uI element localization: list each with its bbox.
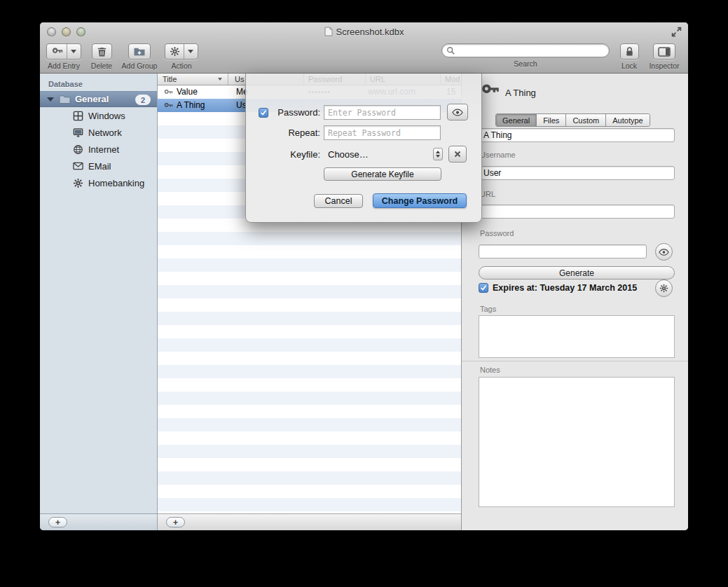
lock-icon — [625, 46, 634, 57]
sidebar-group-general[interactable]: General 2 — [40, 91, 157, 107]
add-group-label: Add Group — [122, 62, 158, 70]
password-enabled-checkbox[interactable] — [259, 108, 268, 118]
expires-label: Expires at: Tuesday 17 March 2015 — [493, 283, 637, 293]
expires-settings-button[interactable] — [655, 279, 673, 297]
tab-autotype[interactable]: Autotype — [606, 114, 649, 126]
sidebar-item-windows[interactable]: Windows — [40, 107, 157, 124]
delete-control: Delete — [89, 43, 114, 70]
password-field[interactable] — [479, 244, 647, 258]
column-divider[interactable] — [228, 74, 228, 85]
sidebar-item-label: Windows — [88, 111, 125, 121]
action-label: Action — [171, 62, 191, 70]
entry-title: Value — [177, 87, 198, 97]
lock-button[interactable] — [620, 43, 639, 60]
tags-label: Tags — [480, 305, 496, 313]
inspector-control: Inspector — [645, 43, 683, 70]
url-field[interactable] — [479, 205, 675, 219]
add-entry-footer-button[interactable]: + — [166, 517, 185, 527]
sidebar-item-internet[interactable]: Internet — [40, 141, 157, 158]
notes-input[interactable] — [479, 377, 675, 507]
sort-indicator-icon — [218, 78, 222, 81]
titlebar[interactable]: Screenshot.kdbx — [40, 22, 688, 41]
sidebar-section-header: Database — [40, 74, 157, 91]
action-control: Action — [165, 43, 198, 70]
gear-icon — [170, 46, 180, 57]
windows-icon — [72, 111, 83, 121]
tab-general[interactable]: General — [496, 114, 537, 126]
window-content: Database General 2 Windows Network — [40, 74, 688, 530]
sidebar-item-label: Homebanking — [88, 178, 144, 188]
password-label: Password — [480, 229, 514, 237]
window-header: Screenshot.kdbx Add Entry — [40, 22, 688, 74]
dialog-repeat-input[interactable] — [324, 125, 441, 140]
title-area: Screenshot.kdbx — [40, 22, 688, 41]
fullscreen-icon[interactable] — [671, 27, 682, 37]
disclosure-triangle-icon[interactable] — [47, 97, 54, 102]
lock-control: Lock — [617, 43, 641, 70]
tab-files[interactable]: Files — [537, 114, 566, 126]
keyfile-popup[interactable]: Choose… — [324, 146, 444, 162]
show-password-button[interactable] — [655, 243, 673, 261]
lock-label: Lock — [621, 62, 637, 70]
clear-keyfile-button[interactable] — [448, 146, 467, 163]
search-input[interactable] — [458, 46, 605, 55]
tags-input[interactable] — [479, 315, 675, 358]
key-icon — [163, 88, 173, 99]
app-window: Screenshot.kdbx Add Entry — [40, 22, 688, 530]
sidebar-item-email[interactable]: EMail — [40, 158, 157, 174]
search-field[interactable] — [441, 43, 610, 57]
dialog-password-input[interactable] — [324, 105, 441, 120]
expires-checkbox[interactable] — [479, 283, 488, 293]
notes-label: Notes — [480, 366, 500, 374]
entry-count-badge: 2 — [135, 95, 151, 105]
gear-icon — [659, 284, 668, 293]
inspector-panel-icon — [658, 47, 671, 57]
eye-icon — [452, 109, 463, 116]
url-label: URL — [480, 190, 495, 198]
username-field[interactable] — [479, 166, 675, 180]
dialog-repeat-label: Repeat: — [271, 127, 320, 138]
delete-button[interactable] — [92, 43, 112, 60]
inspector-entry-title: A Thing — [505, 88, 536, 98]
add-group-button[interactable] — [128, 43, 151, 60]
key-icon — [163, 101, 173, 113]
generate-password-button[interactable]: Generate — [479, 266, 675, 279]
search-label: Search — [514, 60, 537, 68]
dialog-show-password-button[interactable] — [447, 104, 468, 120]
entry-list-footer: + — [158, 513, 461, 530]
column-header-username[interactable]: Us — [235, 75, 244, 83]
tab-custom[interactable]: Custom — [566, 114, 606, 126]
cancel-button[interactable]: Cancel — [314, 194, 363, 208]
sidebar-item-network[interactable]: Network — [40, 124, 157, 141]
change-password-button[interactable]: Change Password — [373, 193, 467, 208]
inspector-label: Inspector — [649, 62, 679, 70]
add-group-control: Add Group — [118, 43, 160, 70]
keyfile-popup-value: Choose… — [324, 149, 369, 160]
generate-keyfile-button[interactable]: Generate Keyfile — [324, 167, 441, 181]
add-entry-dropdown[interactable] — [67, 44, 76, 59]
entry-title: A Thing — [177, 100, 205, 110]
chevron-down-icon — [188, 50, 193, 53]
action-dropdown[interactable] — [184, 44, 193, 59]
popup-stepper-icon — [433, 148, 443, 160]
title-field[interactable] — [479, 128, 675, 142]
inspector-button[interactable] — [653, 43, 675, 60]
sidebar-item-label: EMail — [88, 161, 111, 172]
dialog-password-label: Password: — [271, 107, 320, 118]
add-group-footer-button[interactable]: + — [48, 517, 67, 527]
globe-icon — [72, 144, 83, 155]
add-entry-button[interactable] — [46, 43, 81, 60]
action-button[interactable] — [165, 43, 198, 60]
network-icon — [72, 127, 83, 138]
close-icon — [454, 151, 461, 158]
window-title: Screenshot.kdbx — [336, 27, 404, 37]
gear-icon — [72, 178, 83, 188]
sidebar-item-homebanking[interactable]: Homebanking — [40, 174, 157, 191]
delete-label: Delete — [91, 62, 112, 70]
toolbar: Add Entry Delete Add Group — [40, 41, 688, 74]
inspector-panel: A Thing General Files Custom Autotype Us… — [461, 74, 688, 530]
search-icon — [446, 46, 455, 55]
sidebar-group-label: General — [75, 94, 109, 104]
column-header-title[interactable]: Title — [163, 75, 177, 83]
document-icon — [324, 27, 333, 36]
